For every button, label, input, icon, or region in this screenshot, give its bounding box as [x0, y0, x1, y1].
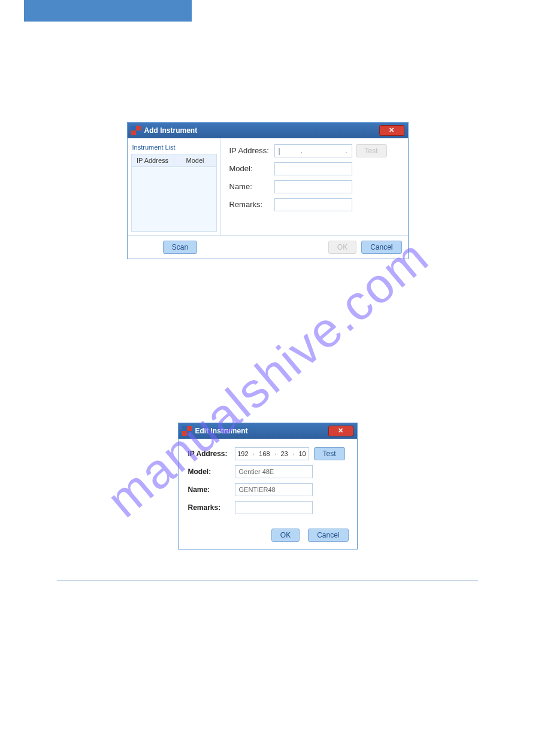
add-form: IP Address: Test Model: Name: Remarks:	[221, 138, 408, 235]
close-button[interactable]: ✕	[379, 125, 404, 136]
model-input[interactable]	[235, 465, 313, 478]
dialog-title: Add Instrument	[144, 126, 198, 135]
body-text-top: < Add >: user can press < Add > and the …	[57, 54, 478, 103]
remarks-input[interactable]	[235, 501, 313, 514]
para-cancel: ▶ Press < Cancel > to cancel the additio…	[57, 361, 478, 373]
close-icon: ✕	[338, 427, 343, 435]
col-model: Model	[174, 154, 216, 166]
page-number: D-40	[57, 585, 71, 592]
ip-seg-2: 168	[259, 450, 270, 457]
cancel-button[interactable]: Cancel	[361, 241, 401, 254]
label-ip: IP Address:	[229, 146, 274, 155]
label-remarks: Remarks:	[229, 200, 274, 209]
close-icon: ✕	[389, 126, 394, 134]
para-edit: < Edit >: user can select an instrument …	[57, 379, 478, 403]
dialog-titlebar: Edit Instrument ✕	[179, 423, 357, 439]
ok-button[interactable]: OK	[271, 529, 300, 542]
dialog-titlebar: Add Instrument ✕	[128, 123, 408, 138]
test-button[interactable]: Test	[356, 144, 387, 157]
body-text-mid: User can also press < Scan > on the add …	[57, 289, 478, 403]
footer-company: Xi'an Tianlong Science and Technology Co…	[339, 585, 478, 592]
model-input[interactable]	[274, 162, 352, 175]
label-remarks: Remarks:	[188, 503, 235, 512]
app-logo-icon	[131, 126, 141, 135]
dialog-title: Edit Instrument	[195, 427, 248, 435]
label-model: Model:	[188, 467, 235, 476]
app-logo-icon	[182, 426, 192, 436]
col-ip-address: IP Address	[132, 154, 174, 166]
para-add: < Add >: user can press < Add > and the …	[57, 54, 478, 103]
scan-button[interactable]: Scan	[163, 241, 197, 254]
name-input[interactable]	[235, 483, 313, 496]
figure-caption-1: Figure D-12.1 Add Instrument Dialog Box	[24, 264, 511, 272]
instrument-list-panel: Instrument List IP Address Model	[128, 138, 221, 235]
cancel-button[interactable]: Cancel	[308, 529, 348, 542]
figure-caption-2: Figure D-12.2 Edit Instrument Dialog Box	[24, 554, 511, 563]
ip-seg-3: 23	[280, 450, 288, 457]
label-ip: IP Address:	[188, 450, 235, 458]
label-name: Name:	[229, 182, 274, 191]
para-scan: User can also press < Scan > on the add …	[57, 289, 478, 338]
section-badge	[24, 0, 192, 22]
remarks-input[interactable]	[274, 198, 352, 211]
ip-address-input[interactable]	[274, 144, 352, 157]
label-name: Name:	[188, 485, 235, 494]
edit-instrument-dialog: Edit Instrument ✕ IP Address: 192· 168· …	[178, 423, 358, 549]
ip-address-input[interactable]: 192· 168· 23· 10	[235, 447, 309, 460]
instrument-list-body[interactable]	[131, 167, 217, 232]
test-button[interactable]: Test	[314, 447, 345, 460]
instrument-list-caption: Instrument List	[131, 142, 217, 154]
para-ok: ▶ Press < OK > to confirm the addition o…	[57, 343, 478, 355]
ok-button[interactable]: OK	[328, 241, 356, 254]
name-input[interactable]	[274, 180, 352, 193]
page-footer: D-40 Xi'an Tianlong Science and Technolo…	[57, 581, 478, 592]
label-model: Model:	[229, 164, 274, 173]
ip-seg-4: 10	[298, 450, 306, 457]
instrument-list-header: IP Address Model	[131, 154, 217, 167]
close-button[interactable]: ✕	[328, 426, 353, 436]
add-instrument-dialog: Add Instrument ✕ Instrument List IP Addr…	[127, 122, 409, 259]
ip-seg-1: 192	[237, 450, 248, 457]
